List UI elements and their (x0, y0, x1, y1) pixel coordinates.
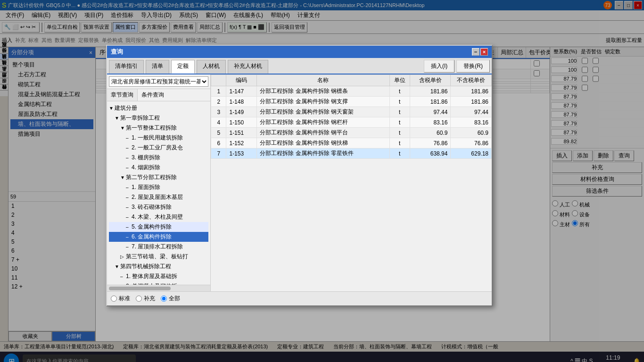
tree-item-1-2[interactable]: – 2. 一般工业厂房及仓 (109, 143, 208, 153)
tree-item-2-4[interactable]: – 4. 木梁、木柱及间壁 (109, 212, 208, 222)
row-price2-7: 629.18 (451, 148, 492, 159)
arrow-2-6: – (126, 234, 132, 239)
row-unit-1: t (389, 86, 410, 97)
row-name-1: 分部工程拆除 金属构件拆除 钢檩条 (257, 86, 389, 97)
modal-title-text: 查询 (111, 48, 123, 56)
quota-row-4[interactable]: 4 1-150 分部工程拆除 金属构件拆除 钢栏杆 t 83.16 83.16 (211, 117, 492, 128)
tree-label-1-2: 2. 一般工业厂房及仓 (132, 144, 183, 152)
quota-row-6[interactable]: 6 1-152 分部工程拆除 金属构件拆除 钢扶梯 t 76.86 76.86 (211, 138, 492, 148)
tree-item-2-1[interactable]: – 1. 屋面拆除 (109, 182, 208, 192)
arrow-sec2: ▼ (120, 175, 126, 180)
quota-row-7-selected[interactable]: 7 1-153 分部工程拆除 金属构件拆除 零星铁件 t 638.94 629.… (211, 148, 492, 159)
tree-item-2-3[interactable]: – 3. 砖石砌体拆除 (109, 202, 208, 212)
tree-label-2-2: 2. 屋架及屋面木基层 (132, 193, 183, 201)
row-price2-6: 76.86 (451, 138, 492, 148)
row-code-4: 1-150 (226, 117, 257, 128)
radio-standard-input[interactable] (111, 296, 117, 302)
radio-supplement[interactable]: 补充 (136, 295, 155, 303)
row-name-6: 分部工程拆除 金属构件拆除 钢扶梯 (257, 138, 389, 148)
row-price1-2: 181.86 (410, 97, 451, 107)
tree-item-4-1[interactable]: – 1. 整体房屋及基础拆 (109, 272, 208, 281)
tree-item-2-5[interactable]: – 5. 金属构件拆除 (109, 222, 208, 232)
radio-standard-label: 标准 (119, 295, 130, 303)
row-price1-1: 181.86 (410, 86, 451, 97)
tree-label-ch4: 第四节机械拆除工程 (120, 263, 171, 271)
quota-lib-select[interactable]: 湖北省房屋修缮工程预算定额统一基 (109, 76, 208, 87)
row-code-7: 1-153 (226, 148, 257, 159)
radio-all-input[interactable] (161, 296, 167, 302)
modal-close-btn[interactable]: × (480, 48, 488, 56)
quota-table-header: 编码 名称 单位 含税单价 不含税单价 (211, 75, 492, 86)
col-price1-h: 含税单价 (410, 75, 451, 86)
row-num-1: 1 (211, 86, 226, 97)
arrow-1-3: – (126, 155, 132, 160)
row-code-3: 1-149 (226, 107, 257, 117)
row-price2-2: 181.86 (451, 97, 492, 107)
arrow-icon-ch1: ▼ (115, 115, 120, 121)
radio-supplement-input[interactable] (136, 296, 142, 302)
quota-row-3[interactable]: 3 1-149 分部工程拆除 金属构件拆除 钢天窗架 t 97.44 97.44 (211, 107, 492, 117)
tree-label-sec1: 第一节整体工程拆除 (126, 124, 177, 132)
tree-item-1-3[interactable]: – 3. 棚房拆除 (109, 153, 208, 163)
modal-insert-btn[interactable]: 插入(I) (424, 60, 454, 73)
row-name-7: 分部工程拆除 金属构件拆除 零星铁件 (257, 148, 389, 159)
arrow-1-2: – (126, 145, 132, 150)
h-scrollbar-thumb (109, 287, 171, 290)
quota-row-1[interactable]: 1 1-147 分部工程拆除 金属构件拆除 钢檩条 t 181.86 181.8… (211, 86, 492, 97)
modal-overlay: 查询 − × 清单指引 清单 定额 人材机 补充人材机 插入(I) 替换(R) (0, 0, 644, 362)
radio-standard[interactable]: 标准 (111, 295, 130, 303)
quota-row-5[interactable]: 5 1-151 分部工程拆除 金属构件拆除 钢平台 t 60.9 60.9 (211, 128, 492, 138)
arrow-2-4: – (126, 214, 132, 220)
tree-item-sec3[interactable]: ▷ 第三节砖墙、梁、板钻打 (109, 252, 208, 262)
left-tab-condition[interactable]: 条件查询 (138, 89, 168, 101)
tree-label-2-4: 4. 木梁、木柱及间壁 (132, 213, 183, 221)
row-price1-7: 638.94 (410, 148, 451, 159)
modal-action-btn-area: 插入(I) 替换(R) (424, 60, 490, 74)
tree-label-1-1: 1. 一般民用建筑拆除 (132, 134, 183, 142)
modal-tab-quota[interactable]: 定额 (171, 60, 195, 74)
tree-item-sec1[interactable]: ▼ 第一节整体工程拆除 (109, 123, 208, 133)
tree-item-ch1[interactable]: ▼ 第一章拆除工程 (109, 113, 208, 123)
tree-label-4-1: 1. 整体房屋及基础拆 (126, 272, 177, 280)
col-unit-h: 单位 (389, 75, 410, 86)
row-code-6: 1-152 (226, 138, 257, 148)
tree-label-2-7: 7. 屋顶排水工程拆除 (132, 243, 183, 251)
arrow-1-1: – (126, 135, 132, 140)
tree-item-ch4[interactable]: ▼ 第四节机械拆除工程 (109, 262, 208, 272)
row-num-2: 2 (211, 97, 226, 107)
tree-item-2-2[interactable]: – 2. 屋架及屋面木基层 (109, 192, 208, 202)
arrow-2-3: – (126, 205, 132, 210)
modal-tab-guide[interactable]: 清单指引 (109, 60, 144, 74)
tree-label-2-1: 1. 屋面拆除 (132, 183, 160, 191)
left-tab-chapter[interactable]: 章节查询 (107, 89, 138, 101)
col-code-h: 编码 (226, 75, 257, 86)
tree-label-2-6: 6. 金属构件拆除 (132, 233, 172, 241)
modal-replace-btn[interactable]: 替换(R) (456, 60, 490, 73)
modal-left-tabs: 章节查询 条件查询 (107, 89, 210, 101)
tree-item-4-2[interactable]: – 2. 单混凝土及砌体拆 (109, 281, 208, 285)
tree-item-1-4[interactable]: – 4. 烟囱拆除 (109, 163, 208, 173)
row-name-3: 分部工程拆除 金属构件拆除 钢天窗架 (257, 107, 389, 117)
arrow-sec1: ▼ (120, 125, 126, 131)
tree-item-1-1[interactable]: – 1. 一般民用建筑拆除 (109, 133, 208, 143)
tree-label-1-3: 3. 棚房拆除 (132, 154, 160, 162)
quota-row-2[interactable]: 2 1-148 分部工程拆除 金属构件拆除 钢支撑 t 181.86 181.8… (211, 97, 492, 107)
modal-tab-labor[interactable]: 人材机 (197, 60, 226, 74)
modal-tab-supplement[interactable]: 补充人材机 (228, 60, 268, 74)
tree-item-sec2[interactable]: ▼ 第二节分部工程拆除 (109, 173, 208, 182)
modal-body: 湖北省房屋修缮工程预算定额统一基 章节查询 条件查询 ▼ 建筑分册 (107, 74, 492, 291)
row-unit-2: t (389, 97, 410, 107)
quota-table: 编码 名称 单位 含税单价 不含税单价 1 1-147 分部工程拆除 金属构件拆… (211, 74, 492, 159)
radio-all[interactable]: 全部 (161, 295, 180, 303)
modal-minimize-btn[interactable]: − (472, 48, 479, 56)
modal-tab-quota-list[interactable]: 清单 (146, 60, 169, 74)
tree-item-2-6[interactable]: – 6. 金属构件拆除 (109, 232, 208, 242)
arrow-4-1: – (120, 274, 126, 279)
tree-label-sec2: 第二节分部工程拆除 (126, 173, 177, 181)
row-name-2: 分部工程拆除 金属构件拆除 钢支撑 (257, 97, 389, 107)
arrow-icon: ▼ (109, 106, 115, 111)
tree-item-construction[interactable]: ▼ 建筑分册 (109, 103, 208, 113)
row-num-5: 5 (211, 128, 226, 138)
tree-item-2-7[interactable]: – 7. 屋顶排水工程拆除 (109, 242, 208, 252)
h-scrollbar[interactable] (107, 285, 210, 291)
